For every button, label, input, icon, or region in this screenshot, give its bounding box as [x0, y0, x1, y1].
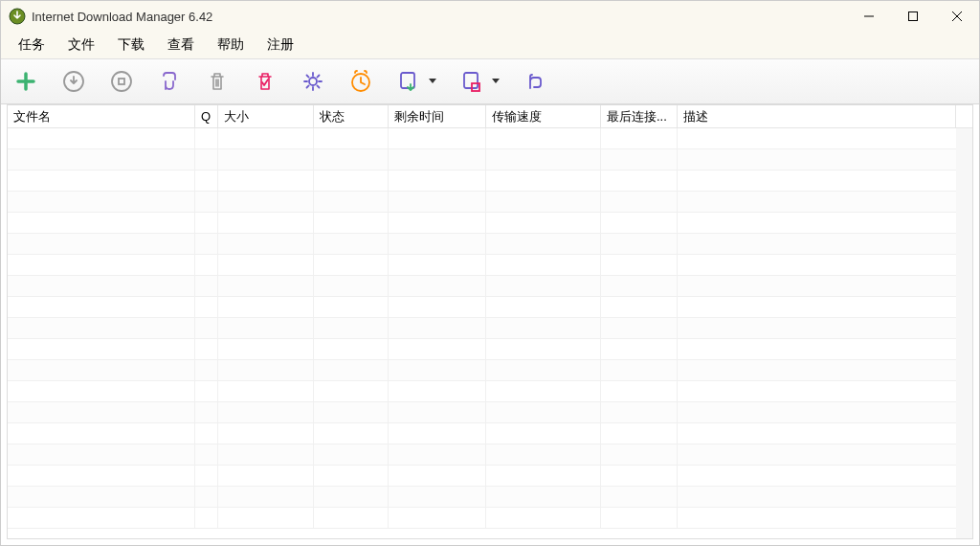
col-size[interactable]: 大小 — [218, 105, 314, 128]
table-row[interactable] — [8, 128, 972, 149]
menu-view[interactable]: 查看 — [156, 33, 206, 57]
app-icon — [9, 8, 26, 25]
menu-help[interactable]: 帮助 — [206, 33, 256, 57]
table-row[interactable] — [8, 297, 972, 318]
svg-point-6 — [112, 72, 131, 91]
menu-register[interactable]: 注册 — [256, 33, 305, 57]
table-row[interactable] — [8, 192, 972, 213]
col-status[interactable]: 状态 — [314, 105, 389, 128]
scheduler-button[interactable] — [345, 66, 376, 97]
table-row[interactable] — [8, 423, 972, 444]
svg-rect-2 — [909, 12, 918, 21]
close-button[interactable] — [935, 1, 979, 32]
stop-button[interactable] — [106, 66, 137, 97]
app-window: Internet Download Manager 6.42 任务 文件 下载 … — [0, 0, 980, 546]
titlebar: Internet Download Manager 6.42 — [1, 1, 979, 32]
menu-tasks[interactable]: 任务 — [7, 33, 56, 57]
window-title: Internet Download Manager 6.42 — [32, 10, 847, 24]
svg-rect-10 — [401, 73, 414, 88]
stop-queue-dropdown[interactable] — [489, 66, 502, 97]
col-speed[interactable]: 传输速度 — [486, 105, 601, 128]
download-list: 文件名 Q 大小 状态 剩余时间 传输速度 最后连接... 描述 — [7, 104, 973, 539]
svg-rect-7 — [119, 79, 124, 84]
col-filename[interactable]: 文件名 — [8, 105, 195, 128]
options-button[interactable] — [298, 66, 328, 97]
table-row[interactable] — [8, 318, 972, 339]
table-row[interactable] — [8, 255, 972, 276]
table-row[interactable] — [8, 508, 972, 529]
start-queue-button[interactable] — [393, 66, 424, 97]
svg-rect-11 — [464, 73, 478, 88]
resume-button[interactable] — [58, 66, 89, 97]
table-row[interactable] — [8, 444, 972, 466]
maximize-button[interactable] — [891, 1, 935, 32]
toolbar — [1, 58, 979, 104]
vertical-scrollbar[interactable] — [956, 128, 972, 538]
start-queue-group — [393, 66, 439, 97]
menu-file[interactable]: 文件 — [56, 33, 106, 57]
table-row[interactable] — [8, 339, 972, 360]
table-row[interactable] — [8, 402, 972, 423]
col-scroll-spacer — [956, 105, 972, 128]
delete-button[interactable] — [202, 66, 233, 97]
delete-completed-button[interactable] — [250, 66, 280, 97]
table-body[interactable] — [8, 128, 972, 529]
table-row[interactable] — [8, 487, 972, 508]
table-row[interactable] — [8, 360, 972, 381]
col-description[interactable]: 描述 — [678, 105, 956, 128]
col-queue[interactable]: Q — [195, 105, 218, 128]
minimize-button[interactable] — [847, 1, 891, 32]
table-row[interactable] — [8, 149, 972, 171]
table-row[interactable] — [8, 234, 972, 255]
svg-point-8 — [309, 78, 317, 85]
table-header: 文件名 Q 大小 状态 剩余时间 传输速度 最后连接... 描述 — [8, 105, 972, 128]
table-row[interactable] — [8, 466, 972, 487]
stop-queue-group — [457, 66, 502, 97]
tell-friends-button[interactable] — [520, 66, 550, 97]
stop-all-button[interactable] — [154, 66, 185, 97]
col-lastconn[interactable]: 最后连接... — [601, 105, 678, 128]
menubar: 任务 文件 下载 查看 帮助 注册 — [1, 32, 979, 58]
table-row[interactable] — [8, 171, 972, 192]
add-url-button[interactable] — [11, 66, 41, 97]
menu-downloads[interactable]: 下载 — [106, 33, 156, 57]
stop-queue-button[interactable] — [457, 66, 487, 97]
col-timeleft[interactable]: 剩余时间 — [389, 105, 486, 128]
window-controls — [847, 1, 979, 32]
table-row[interactable] — [8, 381, 972, 402]
start-queue-dropdown[interactable] — [426, 66, 439, 97]
table-row[interactable] — [8, 213, 972, 234]
table-row[interactable] — [8, 276, 972, 297]
